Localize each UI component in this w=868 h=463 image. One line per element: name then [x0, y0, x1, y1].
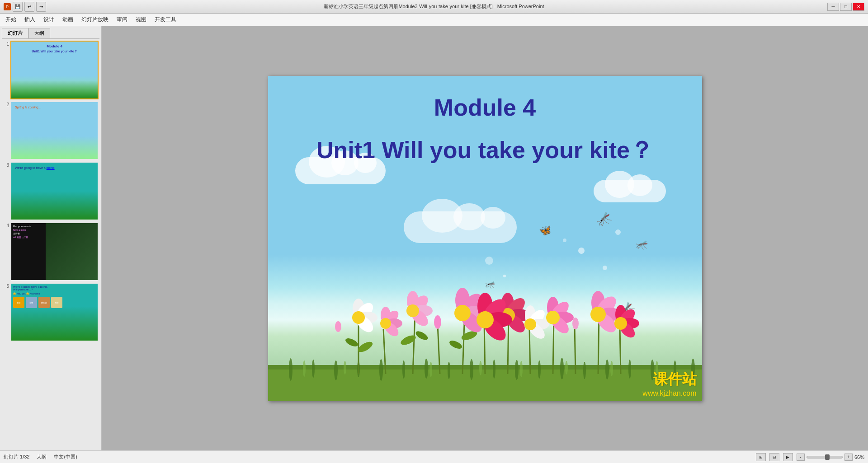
slide-thumb-5[interactable]: 5 We're going to have a picnic. Will you…	[2, 283, 99, 341]
preview4-vocab: have a picnic	[13, 229, 96, 231]
svg-line-28	[529, 329, 530, 374]
titlebar-left: P 💾 ↩ ↪	[4, 2, 46, 12]
slide-preview-2[interactable]: Spring is coming…	[10, 101, 99, 160]
undo-quick-btn[interactable]: ↩	[24, 2, 34, 12]
preview5-text3: 😊 Yes,I will. 😊 No,I won't.	[13, 292, 96, 295]
redo-quick-btn[interactable]: ↪	[36, 2, 46, 12]
svg-point-2	[289, 358, 292, 381]
tab-slides[interactable]: 幻灯片	[2, 28, 28, 38]
slide-thumb-2[interactable]: 2 Spring is coming…	[2, 101, 99, 160]
main-area: 幻灯片 大纲 1 Module 4 Unit1 Will you take yo…	[0, 26, 868, 450]
preview5-item3: bread	[38, 297, 50, 308]
menu-design[interactable]: 设计	[40, 15, 58, 24]
watermark-url: www.kjzhan.com	[642, 389, 696, 398]
tab-outline[interactable]: 大纲	[28, 28, 50, 38]
cloud-2	[594, 180, 666, 202]
slide-preview-4[interactable]: Recycle words have a picnic 去野餐 will 将要，…	[10, 222, 99, 281]
svg-point-94	[429, 362, 432, 377]
zoom-in-btn[interactable]: +	[844, 454, 853, 461]
save-quick-btn[interactable]: 💾	[13, 2, 23, 12]
svg-point-78	[546, 311, 560, 324]
svg-point-12	[515, 360, 519, 380]
svg-point-3	[312, 360, 315, 378]
theme-info: 大纲	[37, 454, 47, 460]
title-bar: P 💾 ↩ ↪ 新标准小学英语三年级起点第四册Module3-Will-you-…	[0, 0, 868, 14]
svg-rect-1	[268, 369, 702, 401]
menu-review[interactable]: 审阅	[113, 15, 131, 24]
svg-point-89	[434, 315, 441, 329]
svg-point-7	[402, 360, 405, 379]
svg-line-32	[620, 327, 621, 374]
svg-line-26	[484, 322, 485, 374]
slide-num-3: 3	[2, 162, 9, 220]
svg-point-16	[605, 360, 609, 379]
svg-point-95	[479, 361, 482, 375]
butterfly-1: 🦋	[538, 224, 552, 237]
slide-num-2: 2	[2, 101, 9, 160]
preview3-text: We're going to have a picnic.	[15, 166, 94, 169]
svg-point-13	[538, 360, 541, 379]
zoom-slider[interactable]	[807, 456, 843, 458]
slide-preview-5[interactable]: We're going to have a picnic. Will you t…	[10, 283, 99, 341]
slide-thumb-1[interactable]: 1 Module 4 Unit1 Will you take your kite…	[2, 41, 99, 99]
menu-animation[interactable]: 动画	[59, 15, 77, 24]
svg-point-36	[414, 329, 429, 341]
menu-view[interactable]: 视图	[132, 15, 150, 24]
svg-point-8	[425, 359, 428, 379]
preview5-item1: ball	[13, 297, 24, 308]
svg-point-90	[572, 318, 579, 329]
slide-unit-title: Unit1 Will you take your kite？	[268, 135, 702, 166]
watermark: 课件站 www.kjzhan.com	[642, 369, 696, 398]
zoom-percent: 66%	[854, 454, 864, 460]
minimize-button[interactable]: ─	[827, 3, 839, 11]
svg-point-83	[590, 307, 606, 322]
restore-button[interactable]: □	[840, 3, 852, 11]
menu-start[interactable]: 开始	[2, 15, 20, 24]
menu-insert[interactable]: 插入	[21, 15, 39, 24]
preview1-flowers	[11, 80, 98, 98]
svg-line-31	[598, 315, 599, 374]
svg-point-96	[520, 361, 523, 377]
svg-point-88	[614, 317, 627, 330]
svg-point-97	[565, 361, 568, 374]
window-title: 新标准小学英语三年级起点第四册Module3-Will-you-take-you…	[324, 3, 544, 10]
svg-line-30	[575, 324, 576, 374]
slide-thumb-4[interactable]: 4 Recycle words have a picnic 去野餐 will 将…	[2, 222, 99, 281]
svg-point-6	[379, 359, 383, 381]
svg-point-91	[335, 321, 341, 332]
slide-module-title: Module 4	[268, 94, 702, 121]
slide-preview-3[interactable]: We're going to have a picnic.	[10, 162, 99, 220]
slide-thumb-3[interactable]: 3 We're going to have a picnic.	[2, 162, 99, 220]
bokeh-4	[615, 229, 621, 235]
status-bar: 幻灯片 1/32 大纲 中文(中国) ⊞ ⊟ ▶ - + 66%	[0, 450, 868, 463]
status-right: ⊞ ⊟ ▶ - + 66%	[756, 453, 864, 461]
bokeh-3	[563, 239, 566, 242]
zoom-thumb	[825, 454, 830, 460]
svg-point-10	[470, 359, 473, 380]
svg-point-43	[454, 305, 471, 321]
svg-point-98	[610, 361, 613, 376]
main-slide: Module 4 Unit1 Will you take your kite？ …	[268, 76, 702, 401]
svg-point-14	[560, 358, 564, 379]
slides-panel[interactable]: 幻灯片 大纲 1 Module 4 Unit1 Will you take yo…	[0, 26, 102, 450]
menu-devtools[interactable]: 开发工具	[151, 15, 180, 24]
svg-point-15	[583, 362, 586, 379]
language-info: 中文(中国)	[54, 454, 77, 460]
preview5-text2: Will you take…?	[13, 288, 96, 291]
slideshow-btn[interactable]: ▶	[783, 453, 793, 461]
svg-point-4	[334, 360, 338, 380]
svg-point-68	[476, 311, 494, 328]
slides-tabs: 幻灯片 大纲	[2, 28, 99, 39]
cloud-3	[404, 211, 517, 243]
dragonfly-2: 🦟	[634, 237, 648, 251]
svg-point-92	[303, 360, 306, 377]
svg-point-17	[628, 360, 631, 379]
slide-sorter-btn[interactable]: ⊟	[769, 453, 779, 461]
slide-num-4: 4	[2, 222, 9, 281]
close-button[interactable]: ✕	[853, 3, 864, 11]
svg-line-29	[553, 320, 554, 374]
zoom-out-btn[interactable]: -	[797, 454, 805, 461]
normal-view-btn[interactable]: ⊞	[756, 453, 766, 461]
slide-preview-1[interactable]: Module 4 Unit1 Will you take your kite？	[10, 41, 99, 99]
menu-slideshow[interactable]: 幻灯片放映	[78, 15, 112, 24]
